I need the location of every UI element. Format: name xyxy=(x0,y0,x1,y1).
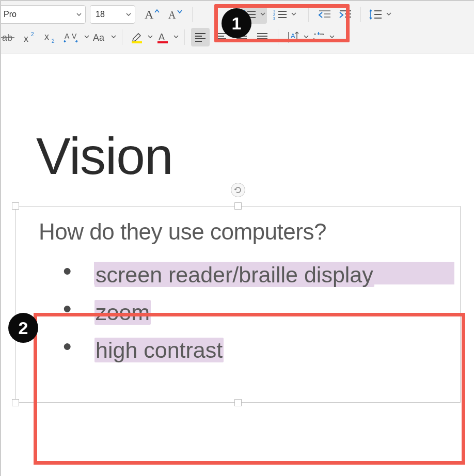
resize-textbox-button[interactable] xyxy=(309,28,335,46)
font-color-button[interactable]: A xyxy=(153,28,179,46)
strikethrough-button[interactable]: ab xyxy=(1,28,19,46)
font-family-select[interactable]: Pro xyxy=(1,5,86,24)
list-item[interactable]: high contrast xyxy=(62,331,437,369)
chevron-down-icon[interactable] xyxy=(303,33,309,42)
annotation-callout-1: 1 xyxy=(222,8,251,38)
line-spacing-button[interactable] xyxy=(366,5,392,24)
separator xyxy=(360,7,361,22)
separator xyxy=(192,7,193,22)
dropdown-caret-icon xyxy=(76,11,82,18)
highlight-color-button[interactable] xyxy=(128,28,153,46)
subscript-button[interactable]: x 2 xyxy=(41,28,60,46)
list-item[interactable]: zoom xyxy=(62,294,437,331)
svg-text:V: V xyxy=(72,32,77,40)
align-justify-button[interactable] xyxy=(253,28,272,46)
selected-text: zoom xyxy=(94,300,151,325)
svg-rect-35 xyxy=(157,41,168,43)
chevron-down-icon[interactable] xyxy=(386,10,392,19)
svg-text:2: 2 xyxy=(31,31,34,37)
separator xyxy=(278,29,278,45)
separator xyxy=(184,29,185,45)
align-left-button[interactable] xyxy=(191,28,210,46)
resize-handle[interactable] xyxy=(234,399,242,406)
chevron-down-icon[interactable] xyxy=(173,33,179,42)
bullet-list[interactable]: screen reader/braille display zoom high … xyxy=(39,256,437,369)
chevron-down-icon[interactable] xyxy=(110,33,117,42)
chevron-down-icon[interactable] xyxy=(291,10,297,19)
font-size-value: 18 xyxy=(96,10,105,19)
chevron-down-icon[interactable] xyxy=(329,33,335,42)
rotate-handle[interactable] xyxy=(231,183,245,197)
font-family-value: Pro xyxy=(4,10,17,19)
numbered-list-button[interactable]: 1 2 3 xyxy=(271,5,297,24)
chevron-down-icon[interactable] xyxy=(147,33,153,42)
font-size-select[interactable]: 18 xyxy=(90,5,135,24)
svg-text:Aa: Aa xyxy=(93,33,105,43)
svg-rect-33 xyxy=(132,41,142,43)
dropdown-caret-icon xyxy=(125,11,132,18)
selected-text: high contrast xyxy=(94,338,224,362)
change-case-button[interactable]: Aa xyxy=(90,28,117,46)
increase-font-size-button[interactable]: A xyxy=(140,5,162,24)
text-box-heading[interactable]: How do they use computers? xyxy=(39,219,437,245)
svg-text:x: x xyxy=(24,34,28,43)
svg-text:A: A xyxy=(65,32,70,40)
svg-text:A: A xyxy=(145,8,154,21)
chevron-down-icon[interactable] xyxy=(84,33,90,42)
increase-indent-button[interactable] xyxy=(336,5,354,24)
separator xyxy=(122,29,122,45)
superscript-button[interactable]: x 2 xyxy=(21,28,39,46)
svg-text:A: A xyxy=(168,9,176,21)
text-box-selection[interactable]: How do they use computers? screen reader… xyxy=(15,206,461,403)
decrease-indent-button[interactable] xyxy=(315,5,334,24)
decrease-font-size-button[interactable]: A xyxy=(164,5,186,24)
svg-text:2: 2 xyxy=(52,38,55,43)
text-direction-button[interactable]: A xyxy=(283,28,309,46)
svg-text:A: A xyxy=(291,32,295,40)
resize-handle[interactable] xyxy=(12,202,19,210)
slide-canvas[interactable]: Vision How do they use computers? screen… xyxy=(1,54,474,454)
svg-text:A: A xyxy=(159,32,165,42)
svg-rect-53 xyxy=(314,34,323,40)
slide-title[interactable]: Vision xyxy=(36,126,173,186)
selected-text: screen reader/braille display xyxy=(94,262,374,287)
resize-handle[interactable] xyxy=(12,399,19,406)
separator xyxy=(308,7,309,22)
annotation-callout-2: 2 xyxy=(8,313,38,343)
resize-handle[interactable] xyxy=(234,202,242,210)
svg-text:1: 1 xyxy=(273,9,275,13)
chevron-down-icon[interactable] xyxy=(260,10,266,19)
character-spacing-button[interactable]: A V xyxy=(61,28,90,46)
list-item[interactable]: screen reader/braille display xyxy=(62,256,437,294)
svg-text:2: 2 xyxy=(273,13,275,17)
svg-text:x: x xyxy=(44,31,49,42)
svg-text:3: 3 xyxy=(273,17,275,20)
